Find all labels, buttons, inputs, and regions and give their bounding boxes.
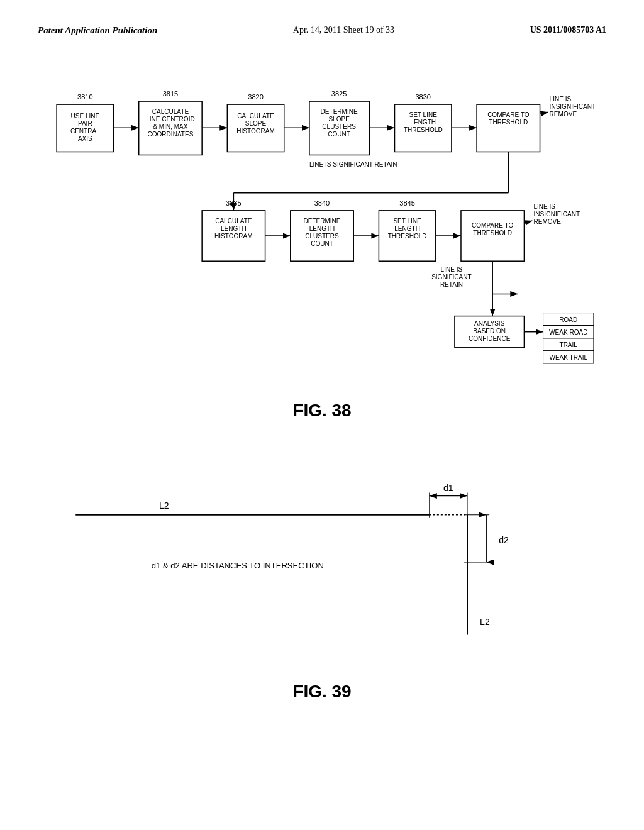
svg-text:COUNT: COUNT xyxy=(311,240,333,247)
svg-text:3810: 3810 xyxy=(77,93,93,101)
svg-text:WEAK ROAD: WEAK ROAD xyxy=(549,329,587,336)
svg-text:LINE CENTROID: LINE CENTROID xyxy=(146,116,194,123)
svg-text:COUNT: COUNT xyxy=(328,131,350,138)
svg-text:LINE IS SIGNIFICANT RETAIN: LINE IS SIGNIFICANT RETAIN xyxy=(309,161,397,168)
svg-text:CLUSTERS: CLUSTERS xyxy=(322,123,356,130)
svg-text:LENGTH: LENGTH xyxy=(309,225,335,232)
svg-text:CALCULATE: CALCULATE xyxy=(237,113,274,119)
svg-text:THRESHOLD: THRESHOLD xyxy=(489,119,528,126)
svg-text:RETAIN: RETAIN xyxy=(440,281,463,288)
svg-text:REMOVE: REMOVE xyxy=(550,111,577,118)
svg-text:ROAD: ROAD xyxy=(559,316,577,323)
svg-text:BASED ON: BASED ON xyxy=(473,328,506,335)
svg-text:INSIGNIFICANT: INSIGNIFICANT xyxy=(550,103,596,110)
svg-text:SET LINE: SET LINE xyxy=(393,218,421,224)
svg-line-41 xyxy=(540,112,548,114)
svg-text:3835: 3835 xyxy=(226,199,242,207)
svg-text:LENGTH: LENGTH xyxy=(221,225,247,232)
svg-text:d1 & d2 ARE DISTANCES TO INTER: d1 & d2 ARE DISTANCES TO INTERSECTION xyxy=(152,561,324,570)
svg-text:TRAIL: TRAIL xyxy=(560,341,578,348)
svg-text:LINE IS: LINE IS xyxy=(533,203,555,210)
svg-line-71 xyxy=(524,221,532,223)
svg-text:d2: d2 xyxy=(499,535,509,545)
svg-text:d1: d1 xyxy=(443,483,453,493)
svg-text:DETERMINE: DETERMINE xyxy=(303,218,340,224)
svg-text:3830: 3830 xyxy=(415,93,431,101)
svg-text:REMOVE: REMOVE xyxy=(533,218,561,225)
svg-text:CONFIDENCE: CONFIDENCE xyxy=(469,335,511,342)
patent-number: US 2011/0085703 A1 xyxy=(530,25,606,35)
svg-text:DETERMINE: DETERMINE xyxy=(321,108,358,115)
svg-text:CALCULATE: CALCULATE xyxy=(215,218,252,224)
fig38-svg: USE LINE PAIR CENTRAL AXIS 3810 CALCULAT… xyxy=(38,55,606,407)
fig39-svg: L2 d1 d2 L2 d1 & d2 ARE DISTANCES TO INT… xyxy=(38,440,606,678)
svg-text:SLOPE: SLOPE xyxy=(328,116,350,123)
sheet-info: Apr. 14, 2011 Sheet 19 of 33 xyxy=(293,25,394,35)
svg-text:LINE IS: LINE IS xyxy=(441,266,463,273)
svg-text:3825: 3825 xyxy=(331,90,347,97)
svg-text:COORDINATES: COORDINATES xyxy=(148,131,194,138)
svg-text:3840: 3840 xyxy=(314,199,330,207)
svg-text:3815: 3815 xyxy=(163,90,179,97)
svg-text:CALCULATE: CALCULATE xyxy=(152,108,189,115)
svg-text:HISTOGRAM: HISTOGRAM xyxy=(236,128,275,135)
svg-text:3820: 3820 xyxy=(248,93,264,101)
svg-text:SLOPE: SLOPE xyxy=(245,120,267,127)
svg-text:PAIR: PAIR xyxy=(78,120,92,127)
svg-text:THRESHOLD: THRESHOLD xyxy=(404,126,443,133)
fig39-label: FIG. 39 xyxy=(38,682,606,702)
svg-text:HISTOGRAM: HISTOGRAM xyxy=(214,233,253,240)
svg-text:SIGNIFICANT: SIGNIFICANT xyxy=(431,274,472,280)
svg-text:INSIGNIFICANT: INSIGNIFICANT xyxy=(533,211,580,218)
svg-text:L2: L2 xyxy=(159,501,169,511)
svg-text:THRESHOLD: THRESHOLD xyxy=(473,230,512,236)
fig38-diagram: USE LINE PAIR CENTRAL AXIS 3810 CALCULAT… xyxy=(38,55,606,407)
svg-text:THRESHOLD: THRESHOLD xyxy=(388,233,427,240)
svg-text:& MIN, MAX: & MIN, MAX xyxy=(153,123,187,130)
svg-text:COMPARE TO: COMPARE TO xyxy=(487,111,530,118)
fig39-diagram: L2 d1 d2 L2 d1 & d2 ARE DISTANCES TO INT… xyxy=(38,440,606,678)
svg-text:LINE IS: LINE IS xyxy=(550,96,572,102)
svg-text:L2: L2 xyxy=(480,617,490,627)
svg-text:LENGTH: LENGTH xyxy=(394,225,420,232)
svg-text:AXIS: AXIS xyxy=(78,135,92,142)
page-header: Patent Application Publication Apr. 14, … xyxy=(38,25,606,36)
publication-title: Patent Application Publication xyxy=(38,25,157,36)
page: Patent Application Publication Apr. 14, … xyxy=(0,0,644,830)
svg-text:3845: 3845 xyxy=(399,199,415,207)
svg-text:WEAK TRAIL: WEAK TRAIL xyxy=(549,354,587,361)
svg-text:CENTRAL: CENTRAL xyxy=(70,128,100,135)
svg-text:LENGTH: LENGTH xyxy=(410,119,436,126)
svg-text:COMPARE TO: COMPARE TO xyxy=(472,222,514,229)
svg-text:CLUSTERS: CLUSTERS xyxy=(305,233,339,240)
svg-text:ANALYSIS: ANALYSIS xyxy=(474,320,505,327)
svg-text:USE LINE: USE LINE xyxy=(70,113,99,119)
svg-text:SET LINE: SET LINE xyxy=(409,111,438,118)
